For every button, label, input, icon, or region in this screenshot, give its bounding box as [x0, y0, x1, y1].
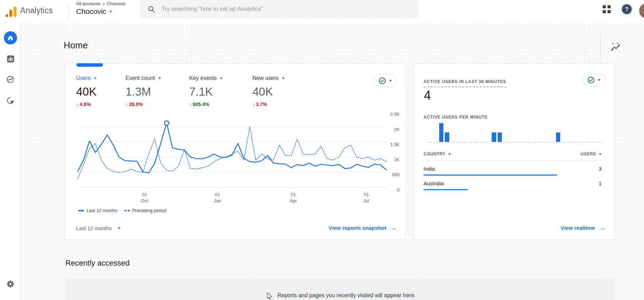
svg-text:1.5K: 1.5K — [390, 142, 400, 147]
country-column-sort[interactable]: COUNTRY — [424, 152, 451, 156]
data-quality-dropdown[interactable] — [374, 74, 397, 87]
analytics-logo-icon[interactable] — [4, 5, 18, 19]
recently-accessed-title: Recently accessed — [65, 259, 130, 268]
date-range-dropdown[interactable]: Last 12 months — [76, 225, 121, 231]
check-circle-icon — [587, 76, 595, 84]
minute-slot — [492, 122, 496, 143]
gear-icon — [6, 279, 15, 289]
country-bar — [424, 189, 468, 190]
minute-slot — [597, 122, 601, 143]
explore-icon — [6, 75, 15, 84]
per-minute-title: ACTIVE USERS PER MINUTE — [424, 115, 488, 120]
sidebar-item-explore[interactable] — [4, 73, 17, 86]
metric-value: 40K — [76, 85, 126, 99]
advertising-target-icon — [6, 96, 15, 105]
metric-value: 1.3M — [126, 85, 189, 99]
minute-slot — [527, 122, 531, 143]
search-bar[interactable] — [140, 0, 418, 18]
recently-accessed-panel: Reports and pages you recently visited w… — [65, 278, 615, 300]
minute-slot — [573, 122, 578, 143]
metric-new-users: New users 40K ↓3.7% — [252, 74, 308, 107]
breadcrumb-chevron-icon: > — [103, 2, 105, 6]
active-tab-indicator — [77, 63, 103, 67]
dashed-line-swatch — [124, 210, 130, 211]
chevron-down-icon — [282, 78, 285, 79]
svg-text:Jan: Jan — [214, 198, 221, 203]
insights-button[interactable] — [601, 35, 621, 60]
realtime-title: ACTIVE USERS IN LAST 30 MINUTES — [424, 79, 506, 87]
minute-slot — [433, 122, 438, 143]
minute-slot — [585, 122, 590, 143]
metric-delta: ↓28.0% — [126, 102, 189, 107]
minute-slot — [457, 122, 461, 143]
svg-text:2.5K: 2.5K — [390, 112, 400, 117]
active-users-count: 4 — [424, 88, 431, 103]
metric-selector[interactable]: Users — [76, 74, 126, 82]
legend-current-period: Last 12 months — [78, 208, 118, 213]
product-name: Analytics — [20, 6, 53, 15]
minute-slot — [503, 122, 508, 143]
data-quality-dropdown[interactable] — [582, 74, 605, 86]
svg-text:01: 01 — [364, 192, 369, 197]
sidebar-item-admin[interactable] — [4, 277, 17, 291]
active-users-per-minute-chart[interactable] — [427, 122, 601, 143]
bar-chart-icon — [7, 55, 15, 63]
main-content: Home Users 40K ↓4.6% — [21, 23, 644, 300]
minute-slot — [498, 122, 502, 143]
minute-slot — [562, 122, 566, 143]
view-realtime-link[interactable]: View realtime → — [561, 224, 605, 232]
metric-delta: ↓3.7% — [252, 102, 308, 107]
search-input[interactable] — [161, 6, 384, 13]
minute-bar — [439, 123, 444, 142]
minute-slot — [427, 122, 432, 143]
svg-text:500: 500 — [392, 172, 400, 177]
view-reports-snapshot-link[interactable]: View reports snapshot → — [329, 224, 397, 232]
minute-slot — [532, 122, 537, 143]
insights-sparkline-icon — [611, 42, 621, 52]
users-trend-chart[interactable]: 05001K1.5K2K2.5K01Oct01Jan01Apr01Jul — [78, 112, 400, 208]
overview-card: Users 40K ↓4.6% Event count 1.3M ↓28.0% — [64, 64, 406, 240]
minute-slot — [591, 122, 595, 143]
users-value: 3 — [599, 165, 602, 172]
trend-arrow-icon: ↑ — [189, 102, 192, 107]
solid-line-swatch — [78, 210, 84, 211]
svg-text:Oct: Oct — [141, 198, 148, 203]
property-selector[interactable]: Chocovic — [76, 7, 112, 16]
legend-preceding-period: Preceding period — [124, 208, 166, 213]
metric-key-events: Key events 7.1K ↑905.4% — [189, 74, 252, 107]
users-value: 1 — [599, 180, 602, 187]
chart-legend: Last 12 months Preceding period — [78, 208, 166, 213]
check-circle-icon — [379, 77, 386, 84]
sidebar-item-advertising[interactable] — [4, 94, 17, 107]
minute-bar — [445, 132, 449, 142]
breadcrumb[interactable]: All accounts > Chocovic — [76, 1, 126, 6]
sidebar-item-home[interactable] — [4, 31, 17, 44]
page-title: Home — [64, 40, 88, 51]
metric-selector[interactable]: New users — [252, 74, 308, 82]
metric-selector[interactable]: Event count — [126, 74, 189, 82]
chevron-down-icon — [158, 78, 161, 79]
help-icon[interactable]: ? — [621, 4, 632, 15]
table-header: COUNTRY USERS — [424, 152, 602, 161]
arrow-right-icon: → — [599, 224, 605, 232]
metrics-row: Users 40K ↓4.6% Event count 1.3M ↓28.0% — [76, 74, 308, 107]
avatar[interactable] — [639, 3, 644, 18]
minute-slot — [579, 122, 584, 143]
minute-bar — [498, 132, 502, 142]
cursor-click-icon — [265, 291, 274, 300]
minute-slot — [567, 122, 572, 143]
realtime-card: ACTIVE USERS IN LAST 30 MINUTES 4 ACTIVE… — [413, 64, 615, 240]
apps-grid-icon[interactable] — [603, 5, 611, 13]
sidebar-item-reports[interactable] — [4, 52, 17, 65]
empty-state-text: Reports and pages you recently visited w… — [277, 292, 416, 299]
minute-slot — [474, 122, 478, 143]
users-column-sort[interactable]: USERS — [581, 152, 602, 156]
minute-slot — [445, 122, 449, 143]
trend-arrow-icon: ↓ — [126, 102, 128, 107]
minute-slot — [439, 122, 444, 143]
svg-text:01: 01 — [291, 192, 296, 197]
minute-bar — [492, 132, 496, 142]
trend-arrow-icon: ↓ — [252, 102, 255, 107]
left-nav — [0, 23, 21, 300]
metric-selector[interactable]: Key events — [189, 74, 252, 82]
